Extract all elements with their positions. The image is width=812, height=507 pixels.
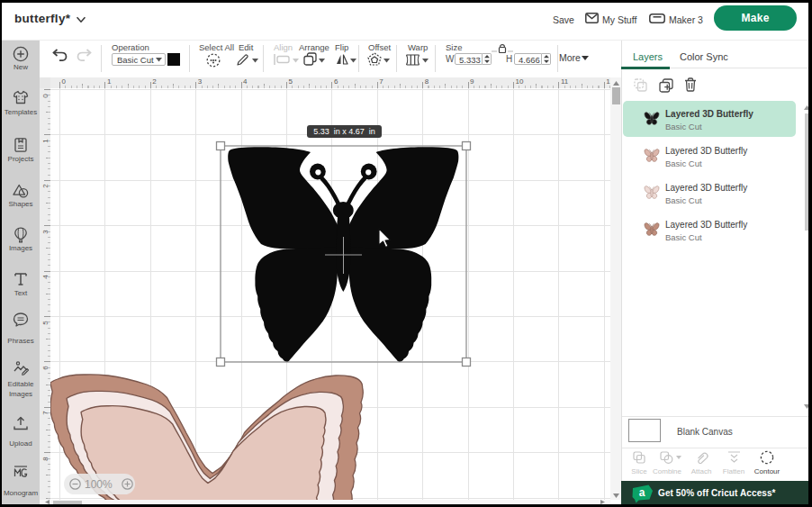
svg-text:a: a — [639, 486, 645, 499]
